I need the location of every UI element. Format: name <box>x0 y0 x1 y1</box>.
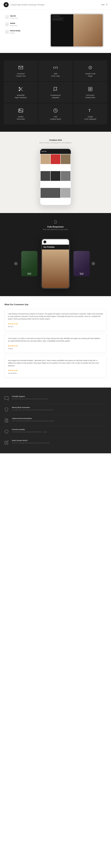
main-phone-responsive: ≡ Our Portfolio <box>41 238 70 289</box>
testimonial-2: To be honest, it is unfair to mark only … <box>4 334 107 353</box>
responsive-subtitle: Best web experience to your users <box>43 228 68 230</box>
footer-features-section: Friendly Support We will be with you eve… <box>0 388 111 453</box>
feature-html-code: Valid HTML Code <box>39 60 73 81</box>
testimonial-3-reviewer: Yannis42700 <box>8 372 103 374</box>
portfolio-item-4 <box>41 171 50 181</box>
feature-fontawesome-title: Fontawesome Integrated <box>50 94 61 99</box>
feature-google-fonts: T Google Fonts Integrated <box>73 103 107 124</box>
menu-icon <box>87 86 94 92</box>
portfolio-title: Our Portfolio <box>42 245 69 250</box>
responsive-phones: ‹ Sombre Forest ≡ Our Portfolio Wizzard … <box>14 238 97 289</box>
help-button[interactable]: Help <box>101 4 105 6</box>
nav-arrow-right[interactable]: › <box>91 262 95 266</box>
flag-icon <box>52 86 59 92</box>
svg-point-10 <box>90 67 90 68</box>
footer-feature-documentation: Advanced Documentation Each component ha… <box>4 415 107 426</box>
shield-icon <box>4 406 9 412</box>
feature-loading-title: Fast Loading Speed <box>50 116 61 120</box>
responsive-title: Fully Responsive <box>47 226 64 228</box>
scroll-icon <box>87 64 94 71</box>
testimonial-2-reviewer: Creator <box>8 348 103 349</box>
responsive-phone-icon <box>54 220 57 224</box>
footer-feature-custom-text: Need Custom Work? Send us a message with… <box>12 440 50 444</box>
portfolio-item-5 <box>51 171 60 181</box>
testimonial-2-stars: ★★★★★ <box>8 345 103 347</box>
feature-shortcodes-title: Intuitive Shortcodes <box>17 116 25 120</box>
mobile-icon <box>5 23 9 26</box>
creative-grid-title: Creative Grid <box>49 139 62 141</box>
portfolio-item-6 <box>61 171 70 181</box>
header-title: Creative App Portfolio Showcase Template <box>10 4 101 6</box>
retina-icon <box>5 30 9 33</box>
side-card-right: Wizzard Studio <box>74 251 90 276</box>
side-card-left: Sombre Forest <box>21 251 37 276</box>
tablet-device <box>50 13 104 48</box>
feature-html-title: Valid HTML Code <box>51 73 60 77</box>
footer-feature-money-back-text: Money Back Guarantee If you don't like o… <box>12 406 53 411</box>
footer-feature-documentation-text: Advanced Documentation Each component ha… <box>12 417 54 422</box>
testimonial-3-stars: ★★★★★ <box>8 369 103 372</box>
svg-text:T: T <box>88 108 90 113</box>
hero-badge-special: Special Promo Price <box>5 15 44 19</box>
hero-badge-retina: Retina Ready Design <box>5 30 44 34</box>
special-icon <box>5 16 9 19</box>
header: W Creative App Portfolio Showcase Templa… <box>0 0 111 9</box>
feature-page-transitions: Beautifully Page Transitions <box>4 82 38 103</box>
features-section: Functional Contact Form Valid HTML Code … <box>0 53 111 132</box>
footer-feature-quality-text: Premium Quality This template is created… <box>12 429 47 433</box>
testimonial-1-stars: ★★★★★ <box>8 322 103 325</box>
portfolio-item-8 <box>61 188 70 198</box>
creative-grid-section: Creative Grid Built for artists, photogr… <box>0 132 111 213</box>
creative-grid-phone-container <box>36 148 75 206</box>
testimonials-title: What Our Customers Say <box>4 303 107 306</box>
svg-marker-28 <box>5 430 8 433</box>
feature-contact-form-title: Functional Contact Form <box>16 73 26 77</box>
responsive-section: Fully Responsive Best web experience to … <box>0 213 111 296</box>
nav-arrow-left[interactable]: ‹ <box>14 262 17 266</box>
testimonial-1-reviewer: Ray Sol <box>8 326 103 328</box>
testimonial-3: Very elegant and minimalist template. I … <box>4 356 107 377</box>
header-actions: Help ⚙ <box>101 4 107 6</box>
feature-google-fonts-title: Google Fonts Integrated <box>84 116 96 120</box>
svg-marker-0 <box>6 16 8 18</box>
testimonials-section: What Our Customers Say I will certainly … <box>0 296 111 388</box>
retina-badge-text: Retina Ready Design <box>10 30 21 34</box>
comment-icon <box>4 396 9 401</box>
footer-feature-custom: Need Custom Work? Send us a message with… <box>4 437 107 448</box>
settings-icon[interactable]: ⚙ <box>106 4 107 6</box>
creative-grid-subtitle: Built for artists, photographers and des… <box>39 142 72 144</box>
feature-overlay-menu: Full Screen Overlay Menu <box>73 82 107 103</box>
hero-section: Special Promo Price Mobile Responsive Re… <box>0 9 111 53</box>
testimonial-1-text: I will certainly recommend your products… <box>8 313 103 320</box>
diamond-icon <box>4 429 9 434</box>
doc-icon <box>4 417 9 423</box>
portfolio-item-1 <box>41 154 50 164</box>
hero-device <box>48 13 106 48</box>
svg-rect-20 <box>18 109 23 113</box>
hero-badges: Special Promo Price Mobile Responsive Re… <box>5 13 44 48</box>
font-icon: T <box>87 107 94 114</box>
feature-scroll: Smooth Scroll Plugin <box>73 60 107 81</box>
clock-icon <box>52 107 59 114</box>
testimonial-2-text: To be honest, it is unfair to mark only … <box>8 337 103 342</box>
testimonial-3-text: Very elegant and minimalist template. I … <box>8 359 103 367</box>
portfolio-item-3 <box>61 154 70 164</box>
scissors-icon <box>17 86 24 92</box>
svg-line-7 <box>55 66 56 69</box>
feature-fontawesome: Fontawesome Integrated <box>39 82 73 103</box>
testimonial-1: I will certainly recommend your products… <box>4 309 107 331</box>
header-logo: W <box>4 2 9 7</box>
portfolio-item-2 <box>51 154 60 164</box>
envelope-icon <box>17 64 24 71</box>
code-icon <box>52 64 59 71</box>
features-grid: Functional Contact Form Valid HTML Code … <box>4 60 107 124</box>
special-badge-text: Special Promo Price <box>10 15 18 19</box>
footer-feature-support-text: Friendly Support We will be with you eve… <box>12 396 48 400</box>
portfolio-item-7 <box>41 188 60 198</box>
svg-rect-3 <box>6 31 8 32</box>
mobile-badge-text: Mobile Responsive <box>10 22 17 27</box>
edit-icon <box>4 440 9 445</box>
feature-shortcodes: Intuitive Shortcodes <box>4 103 38 124</box>
image-icon <box>17 107 24 114</box>
feature-overlay-title: Full Screen Overlay Menu <box>85 94 95 99</box>
